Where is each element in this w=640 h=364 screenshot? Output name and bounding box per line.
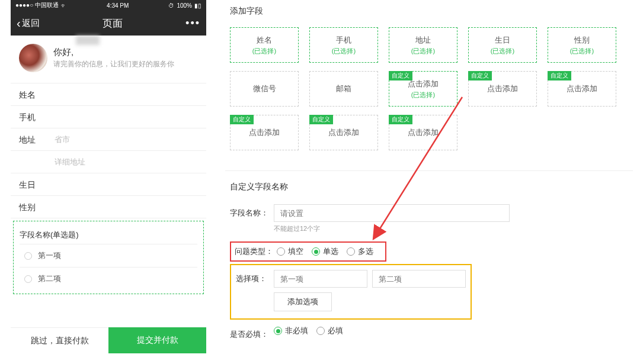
type-radio-single[interactable]: 单选 — [312, 246, 338, 257]
field-card-sub: (已选择) — [491, 47, 514, 56]
field-card-10[interactable]: 自定义点击添加 — [230, 115, 299, 150]
add-option-button[interactable]: 添加选项 — [274, 292, 332, 311]
radio-icon — [24, 275, 32, 283]
submit-button[interactable]: 提交并付款 — [108, 327, 206, 353]
form-row-name[interactable]: 姓名 — [11, 83, 206, 106]
back-button[interactable]: ‹ 返回 — [17, 17, 40, 30]
field-card-4[interactable]: 性别(已选择) — [548, 27, 616, 63]
custom-field-preview: 字段名称(单选题) 第一项 第二项 — [13, 221, 204, 294]
custom-badge: 自定义 — [230, 115, 254, 124]
question-type-highlight: 问题类型： 填空 单选 多选 — [230, 241, 386, 262]
required-row: 是否必填： 非必填 必填 — [230, 326, 633, 340]
field-card-label: 性别 — [574, 35, 590, 46]
field-card-label: 姓名 — [257, 35, 272, 46]
wifi-icon: ᯤ — [61, 2, 67, 9]
field-name-input[interactable] — [274, 204, 510, 222]
options-row: 选择项： 添加选项 — [230, 265, 633, 320]
field-card-sub: (已选择) — [570, 47, 594, 56]
field-card-3[interactable]: 生日(已选择) — [468, 27, 537, 63]
field-card-label: 邮箱 — [336, 83, 351, 94]
greeting-sub: 请完善你的信息，让我们更好的服务你 — [53, 59, 174, 69]
form-row-birthday[interactable]: 生日 — [11, 173, 206, 196]
field-card-6[interactable]: 邮箱 — [309, 71, 378, 107]
options-highlight: 选择项： 添加选项 — [230, 264, 472, 320]
redacted-name — [76, 36, 100, 45]
custom-badge: 自定义 — [389, 71, 412, 80]
greeting-text: 你好, — [53, 47, 174, 58]
custom-field-title: 字段名称(单选题) — [20, 224, 197, 244]
form-row-address[interactable]: 地址省市 — [11, 128, 206, 151]
field-card-label: 手机 — [336, 35, 351, 46]
field-card-label: 地址 — [415, 35, 431, 46]
field-card-sub: (已选择) — [332, 47, 356, 56]
phone-footer: 跳过，直接付款 提交并付款 — [11, 327, 206, 353]
form-row-address-detail[interactable]: 详细地址 — [11, 151, 206, 173]
field-card-11[interactable]: 自定义点击添加 — [309, 115, 378, 150]
status-time: 4:34 PM — [107, 2, 129, 9]
options-label: 选择项： — [236, 270, 274, 311]
more-button[interactable]: ••• — [185, 17, 200, 30]
form-list: 姓名 手机 地址省市 详细地址 生日 性别 — [11, 83, 206, 218]
field-card-5[interactable]: 微信号 — [230, 71, 299, 107]
field-card-sub: (已选择) — [411, 47, 435, 56]
option-input-2[interactable] — [372, 270, 466, 288]
required-radio-yes[interactable]: 必填 — [316, 326, 343, 336]
status-bar: ●●●●○ 中国联通 ᯤ 4:34 PM ⏱ 100% ▮▯ — [11, 0, 206, 11]
field-card-9[interactable]: 自定义点击添加 — [548, 71, 616, 107]
radio-icon — [24, 252, 32, 260]
field-card-7[interactable]: 自定义点击添加(已选择) — [389, 71, 457, 107]
field-card-8[interactable]: 自定义点击添加 — [468, 71, 537, 107]
option-row-2[interactable]: 第二项 — [20, 268, 197, 290]
question-type-label: 问题类型： — [235, 246, 273, 257]
field-grid: 姓名(已选择)手机(已选择)地址(已选择)生日(已选择)性别(已选择)微信号邮箱… — [225, 27, 633, 150]
field-card-sub: (已选择) — [411, 91, 435, 99]
field-card-label: 微信号 — [253, 83, 276, 94]
field-name-row: 字段名称： 不能超过12个字 — [230, 204, 633, 233]
field-card-label: 点击添加 — [487, 83, 518, 94]
option-row-1[interactable]: 第一项 — [20, 244, 197, 268]
alarm-icon: ⏱ — [168, 2, 174, 9]
config-title: 自定义字段名称 — [230, 182, 633, 192]
config-panel: 添加字段 姓名(已选择)手机(已选择)地址(已选择)生日(已选择)性别(已选择)… — [225, 6, 633, 364]
battery-pct: 100% — [177, 2, 192, 9]
nav-title: 页面 — [40, 17, 185, 30]
required-label: 是否必填： — [230, 326, 274, 340]
field-card-12[interactable]: 自定义点击添加 — [389, 115, 457, 150]
avatar — [19, 44, 47, 72]
field-card-label: 点击添加 — [249, 127, 280, 138]
carrier-label: ●●●●○ 中国联通 — [15, 1, 59, 9]
greeting-block: 你好, 请完善你的信息，让我们更好的服务你 — [11, 36, 206, 83]
type-radio-multi[interactable]: 多选 — [347, 246, 373, 257]
custom-badge: 自定义 — [309, 115, 333, 124]
type-radio-blank[interactable]: 填空 — [277, 246, 303, 257]
form-row-phone[interactable]: 手机 — [11, 106, 206, 128]
skip-button[interactable]: 跳过，直接付款 — [11, 327, 108, 353]
field-card-2[interactable]: 地址(已选择) — [389, 27, 457, 63]
nav-bar: ‹ 返回 页面 ••• — [11, 11, 206, 36]
field-name-label: 字段名称： — [230, 204, 274, 218]
field-config: 自定义字段名称 字段名称： 不能超过12个字 问题类型： 填空 单选 多选 选择… — [225, 170, 633, 340]
option-input-1[interactable] — [274, 270, 367, 288]
back-label: 返回 — [22, 18, 40, 29]
custom-badge: 自定义 — [468, 71, 492, 80]
field-card-label: 生日 — [495, 35, 510, 46]
field-card-0[interactable]: 姓名(已选择) — [230, 27, 299, 63]
field-name-hint: 不能超过12个字 — [274, 224, 510, 233]
battery-icon: ▮▯ — [194, 2, 201, 9]
field-card-label: 点击添加 — [567, 83, 597, 94]
field-card-1[interactable]: 手机(已选择) — [309, 27, 378, 63]
custom-badge: 自定义 — [548, 71, 571, 80]
field-card-label: 点击添加 — [328, 127, 359, 138]
field-card-sub: (已选择) — [252, 47, 276, 56]
required-radio-no[interactable]: 非必填 — [274, 326, 308, 336]
question-type-row: 问题类型： 填空 单选 多选 — [230, 241, 633, 262]
chevron-left-icon: ‹ — [17, 17, 21, 30]
add-field-title: 添加字段 — [225, 6, 633, 17]
field-card-label: 点击添加 — [408, 127, 439, 138]
form-row-gender[interactable]: 性别 — [11, 196, 206, 218]
custom-badge: 自定义 — [389, 115, 412, 124]
phone-preview: ●●●●○ 中国联通 ᯤ 4:34 PM ⏱ 100% ▮▯ ‹ 返回 页面 •… — [11, 0, 206, 364]
